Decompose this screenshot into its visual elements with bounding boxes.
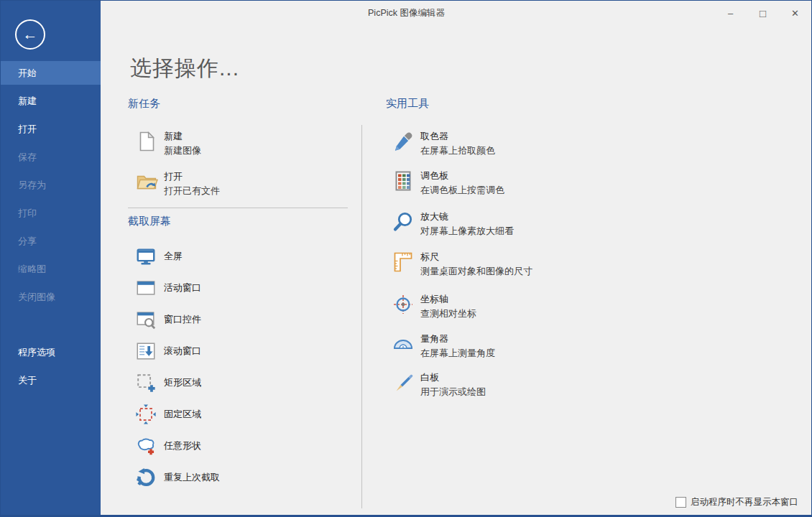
dont-show-checkbox[interactable] bbox=[675, 497, 686, 508]
capture-item-repeat-last[interactable]: 重复上次截取 bbox=[135, 466, 220, 489]
page-title: 选择操作... bbox=[130, 54, 239, 83]
capture-item-label: 任意形状 bbox=[164, 439, 201, 452]
repeat-capture-icon bbox=[135, 467, 157, 488]
section-heading-tools: 实用工具 bbox=[386, 97, 429, 111]
color-palette-icon bbox=[392, 169, 415, 192]
sidebar-item-share: 分享 bbox=[1, 227, 101, 255]
sidebar-item-program-options[interactable]: 程序选项 bbox=[1, 338, 101, 366]
item-title: 坐标轴 bbox=[420, 293, 476, 305]
protractor-icon bbox=[392, 332, 415, 355]
maximize-button[interactable]: □ bbox=[747, 1, 779, 25]
item-subtitle: 用于演示或绘图 bbox=[420, 386, 486, 398]
capture-item-label: 矩形区域 bbox=[164, 376, 201, 389]
item-title: 取色器 bbox=[420, 130, 495, 142]
item-subtitle: 打开已有文件 bbox=[164, 185, 220, 197]
item-title: 标尺 bbox=[420, 251, 532, 263]
sidebar-spacer bbox=[1, 311, 101, 338]
tool-item-whiteboard[interactable]: 白板 用于演示或绘图 bbox=[392, 371, 486, 398]
open-folder-icon bbox=[135, 170, 158, 193]
sidebar-item-start[interactable]: 开始 bbox=[1, 61, 101, 85]
tool-item-color-palette[interactable]: 调色板 在调色板上按需调色 bbox=[392, 169, 504, 196]
capture-item-label: 固定区域 bbox=[164, 408, 201, 421]
window-controls: – □ ✕ bbox=[714, 1, 811, 25]
item-title: 量角器 bbox=[420, 332, 495, 345]
sidebar-item-save: 保存 bbox=[1, 143, 101, 171]
capture-item-freehand[interactable]: 任意形状 bbox=[135, 434, 201, 457]
color-picker-icon bbox=[392, 130, 415, 153]
capture-item-fullscreen[interactable]: 全屏 bbox=[135, 245, 183, 268]
sidebar: ← 开始 新建 打开 保存 另存为 打印 分享 缩略图 关闭图像 程序选项 关于 bbox=[1, 1, 101, 517]
close-button[interactable]: ✕ bbox=[779, 1, 811, 25]
fixed-region-icon bbox=[135, 404, 157, 425]
tool-item-protractor[interactable]: 量角器 在屏幕上测量角度 bbox=[392, 332, 495, 359]
back-arrow-icon: ← bbox=[23, 27, 38, 42]
capture-item-rectangle-region[interactable]: 矩形区域 bbox=[135, 371, 201, 394]
tool-item-crosshair[interactable]: 坐标轴 查测相对坐标 bbox=[392, 293, 476, 320]
section-heading-capture: 截取屏幕 bbox=[128, 215, 171, 228]
sidebar-nav: 开始 新建 打开 保存 另存为 打印 分享 缩略图 关闭图像 程序选项 关于 bbox=[1, 59, 101, 394]
capture-item-label: 全屏 bbox=[164, 250, 183, 263]
ruler-icon bbox=[392, 251, 415, 274]
window-control-icon bbox=[135, 309, 157, 330]
item-subtitle: 在屏幕上拾取颜色 bbox=[420, 144, 495, 157]
item-subtitle: 新建图像 bbox=[164, 144, 201, 157]
dont-show-again-option[interactable]: 启动程序时不再显示本窗口 bbox=[675, 496, 798, 508]
item-title: 放大镜 bbox=[420, 210, 514, 223]
magnifier-icon bbox=[392, 210, 415, 233]
whiteboard-pen-icon bbox=[392, 371, 415, 394]
capture-item-fixed-region[interactable]: 固定区域 bbox=[135, 403, 201, 426]
item-title: 调色板 bbox=[420, 169, 504, 182]
item-subtitle: 查测相对坐标 bbox=[420, 307, 476, 320]
sidebar-item-open[interactable]: 打开 bbox=[1, 115, 101, 143]
section-heading-new-tasks: 新任务 bbox=[128, 97, 160, 111]
freehand-region-icon bbox=[135, 435, 157, 457]
item-subtitle: 在调色板上按需调色 bbox=[420, 184, 504, 196]
sidebar-item-thumbnail: 缩略图 bbox=[1, 255, 101, 283]
tool-item-ruler[interactable]: 标尺 测量桌面对象和图像的尺寸 bbox=[392, 251, 532, 277]
minimize-button[interactable]: – bbox=[714, 1, 747, 25]
main-content: 选择操作... 新任务 新建 新建图像 bbox=[101, 25, 811, 515]
sidebar-item-about[interactable]: 关于 bbox=[1, 366, 101, 394]
item-subtitle: 在屏幕上测量角度 bbox=[420, 347, 495, 359]
capture-item-label: 重复上次截取 bbox=[164, 471, 220, 484]
capture-item-label: 活动窗口 bbox=[164, 281, 201, 294]
item-subtitle: 对屏幕上像素放大细看 bbox=[420, 225, 514, 237]
tool-item-magnifier[interactable]: 放大镜 对屏幕上像素放大细看 bbox=[392, 210, 514, 237]
rectangle-region-icon bbox=[135, 372, 157, 393]
sidebar-item-print: 打印 bbox=[1, 199, 101, 227]
sidebar-item-close-image: 关闭图像 bbox=[1, 283, 101, 311]
new-task-item-new[interactable]: 新建 新建图像 bbox=[135, 130, 201, 157]
item-title: 新建 bbox=[164, 130, 201, 142]
item-title: 白板 bbox=[420, 371, 486, 383]
fullscreen-monitor-icon bbox=[135, 246, 157, 267]
new-task-item-open[interactable]: 打开 打开已有文件 bbox=[135, 170, 220, 197]
capture-item-window-control[interactable]: 窗口控件 bbox=[135, 308, 201, 331]
window-title: PicPick 图像编辑器 bbox=[368, 7, 445, 19]
capture-item-active-window[interactable]: 活动窗口 bbox=[135, 276, 201, 299]
dont-show-checkbox-label: 启动程序时不再显示本窗口 bbox=[691, 496, 798, 508]
sidebar-item-new[interactable]: 新建 bbox=[1, 87, 101, 115]
capture-item-scrolling-window[interactable]: 滚动窗口 bbox=[135, 340, 201, 363]
capture-item-label: 滚动窗口 bbox=[164, 345, 201, 358]
horizontal-divider bbox=[128, 208, 348, 208]
crosshair-icon bbox=[392, 293, 415, 316]
item-subtitle: 测量桌面对象和图像的尺寸 bbox=[420, 265, 532, 277]
item-title: 打开 bbox=[164, 170, 220, 182]
titlebar: PicPick 图像编辑器 bbox=[101, 1, 811, 25]
new-document-icon bbox=[135, 130, 158, 153]
picpick-window: PicPick 图像编辑器 – □ ✕ ← 开始 新建 打开 保存 另存为 打印… bbox=[0, 0, 812, 517]
back-button[interactable]: ← bbox=[15, 19, 45, 50]
tool-item-color-picker[interactable]: 取色器 在屏幕上拾取颜色 bbox=[392, 130, 495, 157]
scrolling-window-icon bbox=[135, 340, 157, 362]
vertical-divider bbox=[361, 125, 362, 508]
active-window-icon bbox=[135, 277, 157, 299]
sidebar-item-save-as: 另存为 bbox=[1, 171, 101, 199]
capture-item-label: 窗口控件 bbox=[164, 313, 201, 326]
